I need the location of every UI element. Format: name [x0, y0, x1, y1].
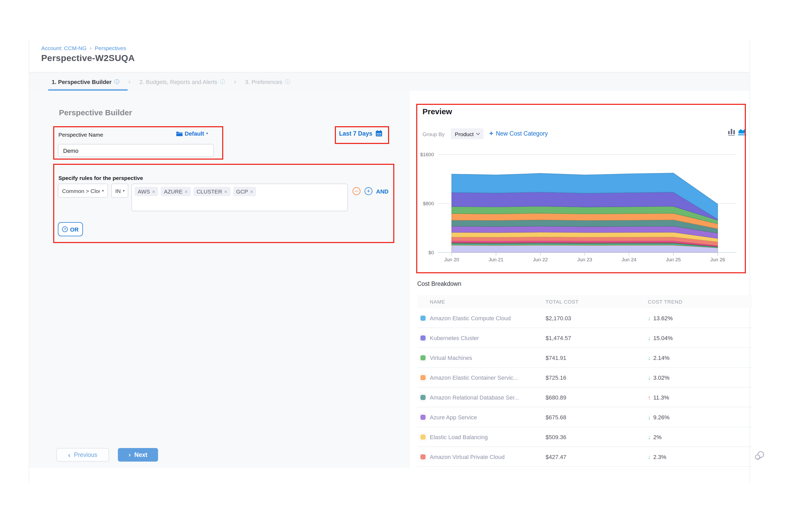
trend-up-icon: ↑ [648, 394, 651, 400]
chip-label: AZURE [164, 188, 183, 194]
caret-down-icon: ▾ [102, 189, 104, 193]
svg-text:Jun 21: Jun 21 [489, 257, 503, 262]
tab-separator-icon: › [234, 78, 236, 86]
total-cost-value: $675.68 [546, 414, 648, 420]
series-color-swatch [420, 414, 425, 420]
trend-value: 13.62% [653, 315, 673, 321]
group-by-select[interactable]: Product [451, 128, 483, 139]
rule-operand-select[interactable]: Common > Cloud Prov... ▾ [58, 184, 108, 198]
value-chip: AWS × [135, 187, 158, 196]
table-row: Amazon Virtual Private Cloud $427.47 ↓ 2… [417, 447, 752, 467]
cost-breakdown-heading: Cost Breakdown [417, 281, 461, 287]
chip-label: CLUSTER [197, 188, 222, 194]
or-label: OR [70, 226, 79, 232]
series-name-link[interactable]: Elastic Load Balancing [430, 434, 488, 440]
series-name-link[interactable]: Virtual Machines [430, 355, 472, 361]
cost-preview-chart: $0$800$1600Jun 20Jun 21Jun 22Jun 23Jun 2… [417, 149, 751, 268]
calendar-icon [376, 130, 382, 137]
series-color-swatch [420, 355, 425, 360]
svg-text:$800: $800 [423, 201, 434, 206]
series-name-link[interactable]: Kubernetes Cluster [430, 335, 479, 341]
svg-text:$0: $0 [429, 250, 434, 255]
value-chip: AZURE × [161, 187, 191, 196]
svg-text:Jun 26: Jun 26 [710, 257, 725, 262]
series-color-swatch [420, 335, 425, 340]
breadcrumb-perspectives-link[interactable]: Perspectives [95, 45, 126, 51]
and-label[interactable]: AND [376, 188, 388, 194]
folder-select-value: Default [185, 130, 204, 137]
chevron-left-icon: ‹ [68, 451, 71, 459]
total-cost-value: $2,170.03 [546, 315, 648, 321]
previous-button[interactable]: ‹ Previous [56, 448, 109, 461]
chip-remove-icon[interactable]: × [224, 189, 227, 194]
column-header-total-cost: TOTAL COST [546, 299, 648, 305]
value-chip: GCP × [233, 187, 256, 196]
remove-rule-button[interactable]: − [353, 187, 360, 195]
series-name-link[interactable]: Amazon Elastic Container Servic... [430, 374, 518, 380]
info-icon: ⓘ [285, 78, 290, 85]
tab-budgets-reports-alerts[interactable]: 2. Budgets, Reports and Alerts ⓘ [139, 78, 225, 85]
add-or-rule-button[interactable]: + OR [58, 222, 83, 236]
series-name-link[interactable]: Amazon Virtual Private Cloud [430, 454, 505, 460]
folder-select[interactable]: Default ▾ [176, 130, 208, 137]
table-row: Elastic Load Balancing $509.36 ↓ 2% [417, 427, 752, 447]
total-cost-value: $741.91 [546, 355, 648, 361]
new-cost-category-label: New Cost Category [496, 130, 548, 136]
svg-text:Jun 22: Jun 22 [533, 257, 548, 262]
series-name-link[interactable]: Amazon Elastic Compute Cloud [430, 315, 511, 321]
trend-value: 2% [653, 434, 662, 440]
svg-text:Jun 25: Jun 25 [666, 257, 681, 262]
tab-label: 2. Budgets, Reports and Alerts [139, 78, 217, 85]
chip-remove-icon[interactable]: × [250, 189, 253, 194]
chip-remove-icon[interactable]: × [152, 189, 155, 194]
rule-operator-select[interactable]: IN ▾ [111, 184, 128, 198]
chip-remove-icon[interactable]: × [185, 189, 188, 194]
series-color-swatch [420, 395, 425, 400]
bar-chart-icon[interactable] [728, 128, 735, 136]
add-rule-button[interactable]: + [365, 187, 373, 195]
svg-text:Jun 20: Jun 20 [444, 257, 459, 262]
value-chip: CLUSTER × [193, 187, 230, 196]
tab-preferences[interactable]: 3. Preferences ⓘ [245, 78, 290, 85]
series-color-swatch [420, 454, 425, 459]
wizard-tabbar: 1. Perspective Builder ⓘ › 2. Budgets, R… [29, 72, 749, 91]
date-range-value: Last 7 Days [339, 130, 373, 136]
series-color-swatch [420, 315, 425, 321]
table-row: Kubernetes Cluster $1,474.57 ↓ 15.04% [417, 328, 752, 348]
trend-value: 11.3% [653, 394, 669, 400]
area-chart-icon[interactable] [738, 128, 746, 136]
breadcrumb-separator-icon: › [90, 45, 92, 51]
trend-down-icon: ↓ [648, 335, 651, 341]
series-name-link[interactable]: Azure App Service [430, 414, 477, 420]
trend-value: 3.02% [653, 374, 669, 380]
table-row: Amazon Elastic Container Servic... $725.… [417, 368, 752, 387]
caret-down-icon: ▾ [206, 131, 208, 136]
new-cost-category-link[interactable]: + New Cost Category [489, 129, 548, 137]
svg-text:$1600: $1600 [420, 152, 434, 157]
table-row: Amazon Relational Database Ser... $680.8… [417, 387, 752, 407]
table-header-row: NAME TOTAL COST COST TREND [417, 295, 752, 308]
date-range-picker[interactable]: Last 7 Days [339, 130, 382, 137]
folder-icon [176, 131, 183, 136]
info-icon: ⓘ [220, 78, 225, 85]
total-cost-value: $427.47 [546, 454, 648, 460]
svg-text:Jun 23: Jun 23 [577, 257, 592, 262]
tab-perspective-builder[interactable]: 1. Perspective Builder ⓘ [52, 78, 119, 85]
rule-values-input[interactable]: AWS × AZURE × CLUSTER × GCP × [131, 184, 348, 211]
series-color-swatch [420, 434, 425, 439]
help-chat-icon[interactable] [755, 451, 765, 460]
rule-operator-value: IN [115, 188, 121, 194]
perspective-builder-page: Account: CCM-NG › Perspectives Perspecti… [0, 0, 798, 532]
perspective-name-input[interactable] [58, 144, 214, 157]
chip-label: GCP [236, 188, 248, 194]
series-name-link[interactable]: Amazon Relational Database Ser... [430, 394, 519, 400]
next-label: Next [134, 452, 147, 458]
column-header-name: NAME [417, 299, 546, 305]
total-cost-value: $509.36 [546, 434, 648, 440]
chevron-down-icon [476, 131, 480, 135]
next-button[interactable]: › Next [118, 448, 158, 461]
chart-type-toggle [728, 128, 746, 136]
tab-separator-icon: › [128, 78, 131, 86]
breadcrumb-account-link[interactable]: Account: CCM-NG [41, 45, 87, 51]
plus-icon: + [489, 129, 493, 137]
